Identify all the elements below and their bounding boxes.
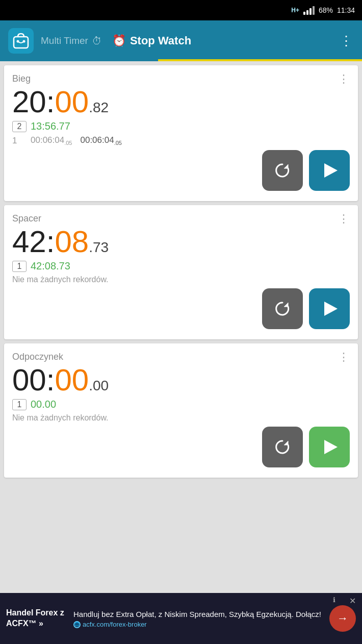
- timer-icon: ⏱: [92, 35, 102, 47]
- time-minutes-bieg: 20:: [12, 87, 55, 117]
- play-button-spacer[interactable]: [309, 288, 350, 329]
- card-menu-odpoczynek[interactable]: ⋮: [338, 352, 350, 363]
- multi-timer-label: Multi Timer: [41, 35, 88, 46]
- stopwatch-card-spacer: Spacer ⋮ 42: 08 .73 1 42:08.73 Nie ma ża…: [4, 205, 358, 339]
- battery-level: 68%: [319, 6, 333, 14]
- time-seconds-bieg: 00: [55, 87, 89, 117]
- stopwatch-card-odpoczynek: Odpoczynek ⋮ 00: 00 .00 1 00.00 Nie ma ż…: [4, 343, 358, 478]
- lap-current-bieg: 2 13:56.77: [12, 120, 350, 132]
- time-cs-spacer: .73: [89, 240, 109, 255]
- lap-badge-odpoczynek: 1: [12, 399, 27, 410]
- lap-current-spacer: 1 42:08.73: [12, 260, 350, 272]
- reset-button-spacer[interactable]: [262, 288, 303, 329]
- card-menu-bieg[interactable]: ⋮: [338, 73, 350, 85]
- lap-split: 00:06:04.05: [31, 135, 72, 146]
- time-display-bieg: 20: 00 .82: [12, 87, 350, 117]
- card-menu-spacer[interactable]: ⋮: [338, 213, 350, 225]
- lap-current-odpoczynek: 1 00.00: [12, 399, 350, 410]
- tab-multi-timer[interactable]: Multi Timer ⏱: [41, 35, 102, 47]
- card-controls-bieg: [12, 150, 350, 191]
- arrow-icon: →: [337, 612, 348, 625]
- time-cs-bieg: .82: [89, 101, 109, 115]
- clock: 11:34: [337, 6, 355, 14]
- more-menu-icon[interactable]: ⋮: [340, 33, 354, 49]
- lap-record-bieg-1: 1 00:06:04.05 00:06:04.05: [12, 135, 350, 146]
- time-seconds-odpoczynek: 00: [55, 365, 89, 395]
- lap-total: 00:06:04.05: [80, 135, 121, 146]
- active-tab-indicator: [158, 59, 362, 61]
- ad-url: 🌐 acfx.com/forex-broker: [73, 621, 323, 628]
- ad-banner: Handel Forex z ACFX™ » Handluj bez Extra…: [0, 593, 362, 644]
- no-records-spacer: Nie ma żadnych rekordów.: [12, 275, 350, 284]
- card-title-odpoczynek: Odpoczynek: [12, 352, 63, 362]
- no-records-odpoczynek: Nie ma żadnych rekordów.: [12, 413, 350, 423]
- time-display-odpoczynek: 00: 00 .00: [12, 365, 350, 395]
- ad-brand: Handel Forex z ACFX™ »: [6, 608, 67, 629]
- card-title-spacer: Spacer: [12, 213, 41, 224]
- stopwatch-icon: ⏰: [112, 34, 126, 47]
- lap-num: 1: [12, 136, 22, 146]
- card-controls-spacer: [12, 288, 350, 329]
- header-tabs: Multi Timer ⏱ ⏰ Stop Watch: [41, 34, 340, 47]
- time-seconds-spacer: 08: [55, 227, 89, 257]
- main-content: Bieg ⋮ 20: 00 .82 2 13:56.77 1 00:06:04.…: [0, 61, 362, 593]
- card-controls-odpoczynek: [12, 427, 350, 467]
- play-button-bieg[interactable]: [309, 150, 350, 191]
- ad-info-icon[interactable]: ℹ: [333, 596, 335, 604]
- play-button-odpoczynek[interactable]: [309, 427, 350, 467]
- ad-main-text: Handluj bez Extra Opłat, z Niskim Spread…: [73, 609, 323, 620]
- app-header: Multi Timer ⏱ ⏰ Stop Watch ⋮: [0, 20, 362, 61]
- app-logo: [8, 28, 34, 54]
- lap-time-bieg: 13:56.77: [31, 120, 70, 132]
- stopwatch-card-bieg: Bieg ⋮ 20: 00 .82 2 13:56.77 1 00:06:04.…: [4, 65, 358, 201]
- time-minutes-spacer: 42:: [12, 227, 55, 257]
- lap-time-odpoczynek: 00.00: [31, 399, 56, 410]
- lap-badge-bieg: 2: [12, 121, 27, 132]
- ad-close-icon[interactable]: ✕: [349, 596, 356, 606]
- ad-content: Handluj bez Extra Opłat, z Niskim Spread…: [73, 609, 323, 628]
- globe-icon: 🌐: [73, 621, 81, 628]
- reset-button-odpoczynek[interactable]: [262, 427, 303, 467]
- status-bar: H+ 68% 11:34: [0, 0, 362, 20]
- lap-badge-spacer: 1: [12, 261, 27, 272]
- tab-stopwatch[interactable]: ⏰ Stop Watch: [112, 34, 191, 47]
- reset-button-bieg[interactable]: [262, 150, 303, 191]
- time-display-spacer: 42: 08 .73: [12, 227, 350, 257]
- ad-cta-button[interactable]: →: [329, 605, 356, 632]
- card-title-bieg: Bieg: [12, 73, 31, 84]
- hplus-indicator: H+: [291, 7, 299, 14]
- signal-icon: [303, 6, 315, 15]
- stopwatch-label: Stop Watch: [130, 34, 191, 47]
- lap-time-spacer: 42:08.73: [31, 260, 70, 272]
- time-cs-odpoczynek: .00: [89, 379, 109, 393]
- ad-url-text: acfx.com/forex-broker: [83, 621, 147, 628]
- time-minutes-odpoczynek: 00:: [12, 365, 55, 395]
